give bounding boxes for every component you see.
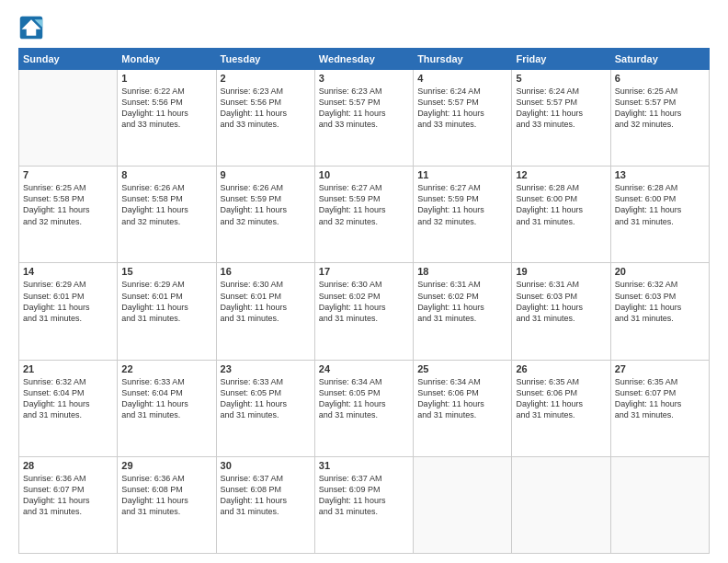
calendar-cell <box>512 456 610 553</box>
cell-info: Sunrise: 6:26 AM Sunset: 5:58 PM Dayligh… <box>121 182 211 227</box>
day-number: 6 <box>615 73 705 84</box>
calendar-col-wednesday: Wednesday <box>314 49 413 70</box>
day-number: 26 <box>516 363 606 374</box>
calendar-cell <box>610 456 709 553</box>
calendar-col-tuesday: Tuesday <box>216 49 314 70</box>
cell-info: Sunrise: 6:22 AM Sunset: 5:56 PM Dayligh… <box>121 86 211 131</box>
day-number: 29 <box>121 460 211 471</box>
day-number: 31 <box>319 460 409 471</box>
calendar-cell: 23Sunrise: 6:33 AM Sunset: 6:05 PM Dayli… <box>216 360 314 456</box>
day-number: 14 <box>23 266 113 277</box>
calendar-week-3: 14Sunrise: 6:29 AM Sunset: 6:01 PM Dayli… <box>19 263 710 360</box>
day-number: 20 <box>615 266 705 277</box>
calendar-cell: 21Sunrise: 6:32 AM Sunset: 6:04 PM Dayli… <box>19 360 118 456</box>
calendar-cell: 30Sunrise: 6:37 AM Sunset: 6:08 PM Dayli… <box>216 456 314 553</box>
day-number: 9 <box>221 169 311 180</box>
calendar-cell: 17Sunrise: 6:30 AM Sunset: 6:02 PM Dayli… <box>314 263 413 360</box>
cell-info: Sunrise: 6:23 AM Sunset: 5:56 PM Dayligh… <box>221 86 311 131</box>
calendar-cell: 5Sunrise: 6:24 AM Sunset: 5:57 PM Daylig… <box>512 70 610 167</box>
day-number: 24 <box>319 363 409 374</box>
calendar-cell: 28Sunrise: 6:36 AM Sunset: 6:07 PM Dayli… <box>19 456 118 553</box>
day-number: 18 <box>417 266 507 277</box>
calendar-cell <box>19 70 118 167</box>
day-number: 30 <box>221 460 311 471</box>
cell-info: Sunrise: 6:25 AM Sunset: 5:58 PM Dayligh… <box>23 182 113 227</box>
calendar-cell: 15Sunrise: 6:29 AM Sunset: 6:01 PM Dayli… <box>118 263 216 360</box>
calendar-cell: 9Sunrise: 6:26 AM Sunset: 5:59 PM Daylig… <box>216 167 314 263</box>
calendar-cell: 13Sunrise: 6:28 AM Sunset: 6:00 PM Dayli… <box>610 167 709 263</box>
calendar-cell: 4Sunrise: 6:24 AM Sunset: 5:57 PM Daylig… <box>414 70 512 167</box>
day-number: 23 <box>221 363 311 374</box>
calendar-cell: 27Sunrise: 6:35 AM Sunset: 6:07 PM Dayli… <box>610 360 709 456</box>
cell-info: Sunrise: 6:31 AM Sunset: 6:03 PM Dayligh… <box>516 279 606 324</box>
calendar-cell: 8Sunrise: 6:26 AM Sunset: 5:58 PM Daylig… <box>118 167 216 263</box>
calendar-week-2: 7Sunrise: 6:25 AM Sunset: 5:58 PM Daylig… <box>19 167 710 263</box>
calendar-cell: 14Sunrise: 6:29 AM Sunset: 6:01 PM Dayli… <box>19 263 118 360</box>
calendar-cell: 20Sunrise: 6:32 AM Sunset: 6:03 PM Dayli… <box>610 263 709 360</box>
cell-info: Sunrise: 6:37 AM Sunset: 6:08 PM Dayligh… <box>221 473 311 518</box>
page: SundayMondayTuesdayWednesdayThursdayFrid… <box>0 0 728 563</box>
cell-info: Sunrise: 6:29 AM Sunset: 6:01 PM Dayligh… <box>23 279 113 324</box>
calendar-cell: 29Sunrise: 6:36 AM Sunset: 6:08 PM Dayli… <box>118 456 216 553</box>
day-number: 15 <box>121 266 211 277</box>
cell-info: Sunrise: 6:34 AM Sunset: 6:06 PM Dayligh… <box>417 376 507 421</box>
calendar-week-4: 21Sunrise: 6:32 AM Sunset: 6:04 PM Dayli… <box>19 360 710 456</box>
calendar-cell <box>414 456 512 553</box>
calendar-header-row: SundayMondayTuesdayWednesdayThursdayFrid… <box>19 49 710 70</box>
cell-info: Sunrise: 6:24 AM Sunset: 5:57 PM Dayligh… <box>417 86 507 131</box>
calendar-week-5: 28Sunrise: 6:36 AM Sunset: 6:07 PM Dayli… <box>19 456 710 553</box>
calendar-col-thursday: Thursday <box>414 49 512 70</box>
day-number: 28 <box>23 460 113 471</box>
day-number: 16 <box>221 266 311 277</box>
calendar-cell: 11Sunrise: 6:27 AM Sunset: 5:59 PM Dayli… <box>414 167 512 263</box>
cell-info: Sunrise: 6:28 AM Sunset: 6:00 PM Dayligh… <box>615 182 705 227</box>
cell-info: Sunrise: 6:33 AM Sunset: 6:05 PM Dayligh… <box>221 376 311 421</box>
cell-info: Sunrise: 6:23 AM Sunset: 5:57 PM Dayligh… <box>319 86 409 131</box>
calendar-cell: 7Sunrise: 6:25 AM Sunset: 5:58 PM Daylig… <box>19 167 118 263</box>
day-number: 2 <box>221 73 311 84</box>
calendar-cell: 24Sunrise: 6:34 AM Sunset: 6:05 PM Dayli… <box>314 360 413 456</box>
cell-info: Sunrise: 6:36 AM Sunset: 6:08 PM Dayligh… <box>121 473 211 518</box>
calendar-col-saturday: Saturday <box>610 49 709 70</box>
cell-info: Sunrise: 6:32 AM Sunset: 6:03 PM Dayligh… <box>615 279 705 324</box>
day-number: 25 <box>417 363 507 374</box>
header <box>18 15 710 40</box>
cell-info: Sunrise: 6:27 AM Sunset: 5:59 PM Dayligh… <box>417 182 507 227</box>
cell-info: Sunrise: 6:35 AM Sunset: 6:06 PM Dayligh… <box>516 376 606 421</box>
cell-info: Sunrise: 6:36 AM Sunset: 6:07 PM Dayligh… <box>23 473 113 518</box>
cell-info: Sunrise: 6:25 AM Sunset: 5:57 PM Dayligh… <box>615 86 705 131</box>
day-number: 8 <box>121 169 211 180</box>
cell-info: Sunrise: 6:34 AM Sunset: 6:05 PM Dayligh… <box>319 376 409 421</box>
calendar-cell: 1Sunrise: 6:22 AM Sunset: 5:56 PM Daylig… <box>118 70 216 167</box>
day-number: 21 <box>23 363 113 374</box>
logo-icon <box>18 15 44 40</box>
cell-info: Sunrise: 6:27 AM Sunset: 5:59 PM Dayligh… <box>319 182 409 227</box>
calendar-cell: 26Sunrise: 6:35 AM Sunset: 6:06 PM Dayli… <box>512 360 610 456</box>
day-number: 22 <box>121 363 211 374</box>
calendar-col-friday: Friday <box>512 49 610 70</box>
cell-info: Sunrise: 6:33 AM Sunset: 6:04 PM Dayligh… <box>121 376 211 421</box>
calendar-col-sunday: Sunday <box>19 49 118 70</box>
day-number: 3 <box>319 73 409 84</box>
calendar-cell: 22Sunrise: 6:33 AM Sunset: 6:04 PM Dayli… <box>118 360 216 456</box>
calendar-cell: 12Sunrise: 6:28 AM Sunset: 6:00 PM Dayli… <box>512 167 610 263</box>
calendar-table: SundayMondayTuesdayWednesdayThursdayFrid… <box>18 48 710 554</box>
cell-info: Sunrise: 6:28 AM Sunset: 6:00 PM Dayligh… <box>516 182 606 227</box>
cell-info: Sunrise: 6:24 AM Sunset: 5:57 PM Dayligh… <box>516 86 606 131</box>
day-number: 7 <box>23 169 113 180</box>
day-number: 17 <box>319 266 409 277</box>
calendar-week-1: 1Sunrise: 6:22 AM Sunset: 5:56 PM Daylig… <box>19 70 710 167</box>
cell-info: Sunrise: 6:32 AM Sunset: 6:04 PM Dayligh… <box>23 376 113 421</box>
day-number: 10 <box>319 169 409 180</box>
day-number: 4 <box>417 73 507 84</box>
day-number: 11 <box>417 169 507 180</box>
cell-info: Sunrise: 6:35 AM Sunset: 6:07 PM Dayligh… <box>615 376 705 421</box>
day-number: 12 <box>516 169 606 180</box>
day-number: 13 <box>615 169 705 180</box>
calendar-cell: 18Sunrise: 6:31 AM Sunset: 6:02 PM Dayli… <box>414 263 512 360</box>
calendar-cell: 25Sunrise: 6:34 AM Sunset: 6:06 PM Dayli… <box>414 360 512 456</box>
calendar-cell: 19Sunrise: 6:31 AM Sunset: 6:03 PM Dayli… <box>512 263 610 360</box>
cell-info: Sunrise: 6:29 AM Sunset: 6:01 PM Dayligh… <box>121 279 211 324</box>
calendar-cell: 3Sunrise: 6:23 AM Sunset: 5:57 PM Daylig… <box>314 70 413 167</box>
day-number: 1 <box>121 73 211 84</box>
